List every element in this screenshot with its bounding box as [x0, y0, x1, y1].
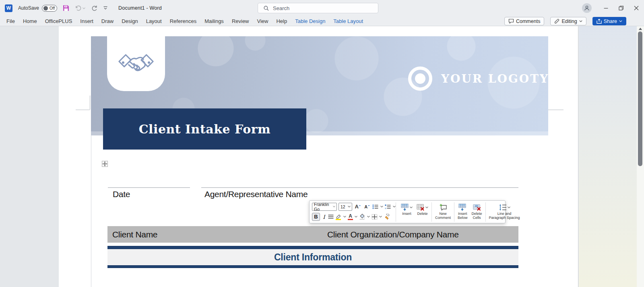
- share-button[interactable]: Share: [592, 17, 626, 25]
- redo-button[interactable]: [91, 5, 97, 11]
- section-header-row[interactable]: Client Information: [107, 249, 518, 265]
- maximize-button[interactable]: [613, 0, 629, 16]
- tab-table-layout[interactable]: Table Layout: [333, 18, 363, 24]
- tab-draw[interactable]: Draw: [101, 18, 114, 24]
- tab-insert[interactable]: Insert: [80, 18, 93, 24]
- scrollbar-up-arrow[interactable]: [638, 27, 642, 30]
- pencil-icon: [554, 19, 559, 24]
- chevron-down-icon[interactable]: [367, 216, 370, 218]
- chevron-down-icon[interactable]: [380, 206, 383, 208]
- font-name-select[interactable]: Franklin Go: [312, 203, 337, 211]
- field-label-agent-name[interactable]: Agent/Representative Name: [204, 189, 308, 199]
- logo-circle-dot: [415, 73, 425, 84]
- autosave-state: Off: [50, 6, 55, 10]
- text-highlight-button[interactable]: [335, 213, 342, 221]
- logotype-text: YOUR LOGOTYPE: [441, 72, 568, 85]
- undo-button[interactable]: [75, 5, 85, 11]
- minimize-button[interactable]: [598, 0, 613, 16]
- chevron-down-icon: [619, 20, 622, 22]
- tab-file[interactable]: File: [6, 18, 15, 24]
- tab-mailings[interactable]: Mailings: [204, 18, 224, 24]
- delete-table-button[interactable]: Delete: [415, 202, 430, 216]
- field-label-client-name[interactable]: Client Name: [112, 230, 157, 239]
- customize-quick-access-button[interactable]: [103, 6, 108, 10]
- table-move-handle[interactable]: [102, 161, 108, 167]
- borders-button[interactable]: [372, 213, 378, 221]
- editing-mode-button[interactable]: Editing: [550, 17, 586, 25]
- shrink-font-glyph: A: [364, 204, 367, 209]
- delete-cells-label-line1: Delete: [472, 212, 482, 216]
- toolbar-separator: [454, 202, 454, 222]
- field-label-client-organization[interactable]: Client Organization/Company Name: [327, 230, 459, 239]
- font-color-button[interactable]: A: [348, 213, 353, 221]
- insert-below-icon: [458, 204, 466, 211]
- logo-circle-icon: [408, 67, 432, 91]
- insert-table-rows-button[interactable]: Insert: [399, 202, 415, 216]
- italic-button[interactable]: I: [322, 213, 326, 221]
- chevron-down-icon[interactable]: [343, 216, 346, 218]
- table-cell-border: [108, 187, 190, 188]
- justify-button[interactable]: [328, 213, 334, 221]
- chevron-down-icon: [508, 206, 510, 208]
- field-label-date[interactable]: Date: [113, 189, 130, 199]
- account-avatar[interactable]: [582, 3, 592, 13]
- chevron-down-icon[interactable]: [393, 206, 396, 208]
- vertical-scrollbar[interactable]: [637, 26, 644, 287]
- close-button[interactable]: [629, 0, 644, 16]
- bold-button[interactable]: B: [312, 213, 320, 221]
- margin-crop-mark-right-horizontal: [548, 110, 564, 110]
- tab-table-design[interactable]: Table Design: [295, 18, 325, 24]
- mini-toolbar: Franklin Go 12 Aˆ Aˇ B: [309, 200, 506, 223]
- shading-button[interactable]: [359, 213, 365, 221]
- delete-label: Delete: [417, 212, 427, 216]
- insert-below-button[interactable]: Insert Below: [456, 202, 470, 220]
- chevron-down-icon: [425, 206, 428, 208]
- line-spacing-button[interactable]: Line and Paragraph Spacing: [487, 202, 522, 220]
- font-size-select[interactable]: 12: [339, 203, 352, 211]
- autosave-toggle[interactable]: Off: [42, 5, 57, 12]
- line-spacing-label-line1: Line and: [497, 212, 512, 216]
- chevron-down-icon[interactable]: [379, 216, 382, 218]
- ribbon-right-buttons: Comments Editing Share: [504, 17, 626, 25]
- document-page[interactable]: YOUR LOGOTYPE Client Intake Form Date Ag…: [59, 26, 578, 287]
- font-name-value: Franklin Go: [314, 202, 333, 212]
- toolbar-separator: [485, 202, 486, 222]
- tab-design[interactable]: Design: [122, 18, 138, 24]
- search-placeholder: Search: [273, 5, 289, 11]
- search-icon: [264, 6, 269, 11]
- comments-button[interactable]: Comments: [504, 17, 544, 25]
- delete-cells-button[interactable]: Delete Cells: [470, 202, 484, 220]
- form-title-box[interactable]: Client Intake Form: [103, 108, 306, 150]
- bold-glyph: B: [314, 214, 318, 220]
- chevron-down-icon: [348, 206, 351, 208]
- tab-references[interactable]: References: [170, 18, 196, 24]
- word-app-icon: W: [5, 4, 12, 12]
- tab-home[interactable]: Home: [23, 18, 37, 24]
- save-button[interactable]: [63, 5, 69, 11]
- bullets-button[interactable]: [372, 203, 379, 211]
- handshake-logo-tile: [107, 36, 165, 91]
- shrink-font-button[interactable]: Aˇ: [363, 203, 371, 211]
- new-comment-button[interactable]: New Comment: [433, 202, 453, 220]
- new-comment-icon: [439, 204, 447, 211]
- format-painter-button[interactable]: [384, 213, 390, 221]
- margin-crop-mark-left-horizontal: [76, 110, 90, 110]
- document-canvas: YOUR LOGOTYPE Client Intake Form Date Ag…: [0, 26, 644, 287]
- tab-officeplus[interactable]: OfficePLUS: [45, 18, 72, 24]
- tab-review[interactable]: Review: [232, 18, 249, 24]
- scrollbar-thumb[interactable]: [638, 31, 642, 166]
- tab-layout[interactable]: Layout: [146, 18, 162, 24]
- chevron-down-icon[interactable]: [355, 216, 357, 218]
- person-icon: [584, 5, 590, 11]
- tab-view[interactable]: View: [257, 18, 268, 24]
- tab-help[interactable]: Help: [276, 18, 287, 24]
- new-comment-label-line2: Comment: [435, 216, 451, 220]
- search-input[interactable]: Search: [258, 3, 378, 13]
- grow-font-glyph: A: [355, 204, 358, 210]
- close-icon: [634, 6, 639, 10]
- grow-font-button[interactable]: Aˆ: [354, 203, 361, 211]
- handshake-icon: [117, 50, 155, 77]
- table-divider-bar: [107, 246, 518, 249]
- numbering-button[interactable]: [385, 203, 391, 211]
- selected-table-row[interactable]: Client Name Client Organization/Company …: [107, 226, 518, 243]
